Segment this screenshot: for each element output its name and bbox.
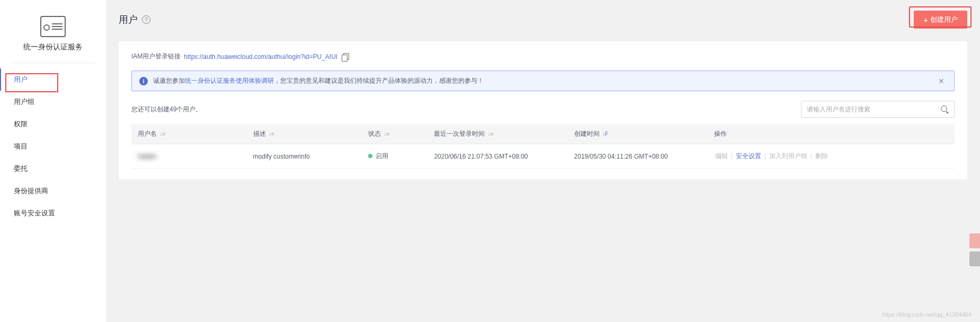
close-icon[interactable]: ✕ <box>936 77 947 85</box>
col-ops: 操作 <box>708 124 955 144</box>
create-btn-label: 创建用户 <box>930 15 958 24</box>
table-header-row: 用户名 ↓≡ 描述 ↓≡ 状态 ↓≡ 最近一次登录时间 ↓≡ 创建时间 ↓F 操… <box>131 124 955 144</box>
last-login-cell: 2020/06/16 21:07:53 GMT+08:00 <box>427 144 567 169</box>
username-cell[interactable]: hidden <box>138 153 157 160</box>
nav-account-security[interactable]: 账号安全设置 <box>0 202 106 224</box>
page-header: 用户 ? + 创建用户 <box>119 11 967 29</box>
main-content: 用户 ? + 创建用户 IAM用户登录链接 https://auth.huawe… <box>106 0 980 322</box>
login-link-label: IAM用户登录链接 <box>131 52 181 61</box>
sort-icon: ↓≡ <box>384 131 389 137</box>
toolbar: 您还可以创建49个用户。 <box>131 101 955 118</box>
service-name: 统一身份认证服务 <box>21 42 85 52</box>
float-buttons <box>969 233 980 269</box>
users-table: 用户名 ↓≡ 描述 ↓≡ 状态 ↓≡ 最近一次登录时间 ↓≡ 创建时间 ↓F 操… <box>131 124 955 169</box>
nav-projects[interactable]: 项目 <box>0 135 106 158</box>
create-time-cell: 2019/05/30 04:11:26 GMT+08:00 <box>568 144 708 169</box>
desc-cell: modify customerinfo <box>247 144 362 169</box>
op-security[interactable]: 安全设置 <box>735 152 762 160</box>
nav-permissions[interactable]: 权限 <box>0 113 106 135</box>
sort-icon: ↓F <box>602 131 608 137</box>
nav-identity-providers[interactable]: 身份提供商 <box>0 180 106 202</box>
col-last-login[interactable]: 最近一次登录时间 ↓≡ <box>427 124 567 144</box>
search-box[interactable] <box>801 101 955 118</box>
nav-user-groups[interactable]: 用户组 <box>0 91 106 113</box>
info-icon: i <box>139 77 148 85</box>
help-icon[interactable]: ? <box>142 15 150 24</box>
table-row: hidden modify customerinfo 启用 2020/06/16… <box>131 144 955 169</box>
status-dot-icon <box>368 154 372 158</box>
notice-bar: i 诚邀您参加统一身份认证服务使用体验调研，您宝贵的意见和建议是我们持续提升产品… <box>131 71 955 91</box>
plus-icon: + <box>923 15 928 24</box>
nav-agencies[interactable]: 委托 <box>0 158 106 180</box>
nav-users[interactable]: 用户 <box>0 68 106 91</box>
notice-link[interactable]: 统一身份认证服务使用体验调研 <box>185 77 274 84</box>
op-add-group[interactable]: 加入到用户组 <box>768 152 808 160</box>
remain-text: 您还可以创建49个用户。 <box>131 105 202 114</box>
create-user-button[interactable]: + 创建用户 <box>914 11 967 29</box>
op-delete[interactable]: 删除 <box>814 152 829 160</box>
sort-icon: ↓≡ <box>269 131 274 137</box>
login-link-url[interactable]: https://auth.huaweicloud.com/authui/logi… <box>184 53 337 60</box>
notice-suffix: ，您宝贵的意见和建议是我们持续提升产品体验的源动力，感谢您的参与！ <box>274 77 484 84</box>
status-cell: 启用 <box>362 144 427 169</box>
sort-icon: ↓≡ <box>159 131 165 137</box>
search-icon[interactable] <box>940 105 949 114</box>
content-card: IAM用户登录链接 https://auth.huaweicloud.com/a… <box>119 41 967 179</box>
idcard-icon <box>40 16 66 37</box>
float-btn-2[interactable] <box>969 251 980 266</box>
ops-cell: 编辑|安全设置|加入到用户组|删除 <box>708 144 955 169</box>
sidebar-header: 统一身份认证服务 <box>11 11 95 63</box>
page-title-wrap: 用户 ? <box>119 13 150 26</box>
watermark: https://blog.csdn.net/qq_41204464 <box>882 311 972 318</box>
col-desc[interactable]: 描述 ↓≡ <box>247 124 362 144</box>
float-btn-1[interactable] <box>969 233 980 248</box>
copy-icon[interactable] <box>342 53 349 60</box>
col-username[interactable]: 用户名 ↓≡ <box>131 124 247 144</box>
op-edit[interactable]: 编辑 <box>714 152 729 160</box>
sidebar: 统一身份认证服务 用户 用户组 权限 项目 委托 身份提供商 账号安全设置 <box>0 0 106 322</box>
notice-prefix: 诚邀您参加 <box>153 77 185 84</box>
search-input[interactable] <box>807 106 940 113</box>
col-status[interactable]: 状态 ↓≡ <box>362 124 427 144</box>
sort-icon: ↓≡ <box>488 131 494 137</box>
col-create-time[interactable]: 创建时间 ↓F <box>568 124 708 144</box>
login-link-row: IAM用户登录链接 https://auth.huaweicloud.com/a… <box>131 52 955 61</box>
page-title: 用户 <box>119 13 138 26</box>
